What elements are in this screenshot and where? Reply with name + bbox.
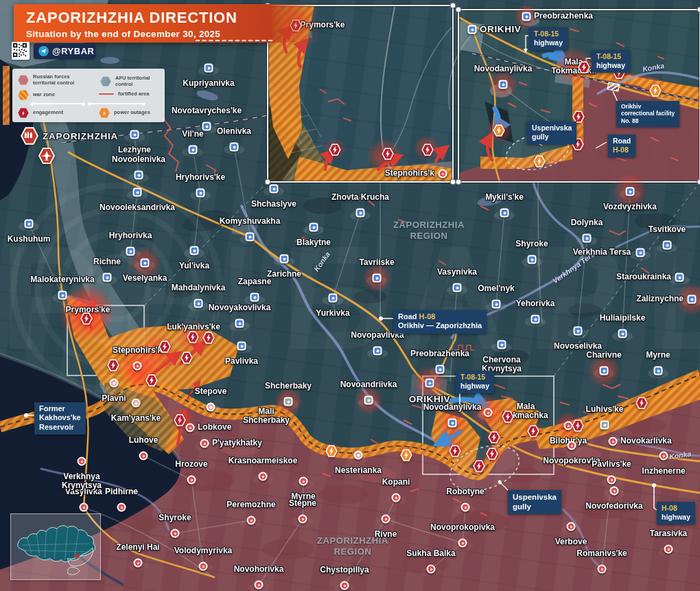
- map-canvas: [0, 0, 700, 591]
- situation-map: РЫБАРЬ ZAPORIZHZHIA REGIONZAPORIZHZHIA R…: [0, 0, 700, 591]
- inset-orikhiv: [449, 7, 700, 185]
- edge-strip: [3, 66, 10, 125]
- inset-prymorske: [265, 3, 456, 185]
